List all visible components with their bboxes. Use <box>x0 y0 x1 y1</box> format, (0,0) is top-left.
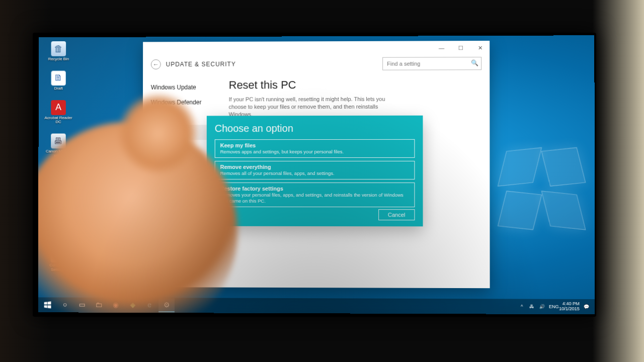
dialog-title: Choose an option <box>215 123 415 134</box>
option-description: Removes apps and settings, but keeps you… <box>220 149 410 155</box>
document-icon: 🗎 <box>51 70 66 85</box>
system-tray: ^ 🖧 🔊 ENG 4:40 PM 10/1/2015 💬 <box>518 302 593 312</box>
file-icon: ▫ <box>51 167 66 183</box>
desktop-icon-label: Recycle Bin <box>48 57 69 62</box>
option-description: Removes your personal files, apps, and s… <box>220 192 410 204</box>
shortcut-icon: ⚙ <box>51 247 66 262</box>
cancel-button[interactable]: Cancel <box>378 209 415 220</box>
section-description: If your PC isn't running well, resetting… <box>229 96 395 118</box>
taskbar-date: 10/1/2015 <box>559 307 580 312</box>
tray-chevron-up-icon[interactable]: ^ <box>518 304 525 309</box>
close-button[interactable]: ✕ <box>470 41 490 55</box>
tray-language-icon[interactable]: ENG <box>549 304 556 309</box>
sidebar-item-windows-defender[interactable]: Windows Defender <box>143 95 228 110</box>
option-title: Keep my files <box>220 142 410 148</box>
option-title: Remove everything <box>220 164 410 170</box>
back-button[interactable]: ← <box>151 59 161 69</box>
taskbar-pinned-apps: ○ ▭ 🗀 ◉ ◆ e ⚙ <box>57 298 175 312</box>
page-title: UPDATE & SECURITY <box>166 61 236 68</box>
tray-volume-icon[interactable]: 🔊 <box>539 304 546 309</box>
desktop-icon-generic-1[interactable]: ▫ <box>43 167 73 184</box>
desktop-icon-label: Computer Settings <box>43 263 73 273</box>
reset-options-list: Keep my files Removes apps and settings,… <box>215 139 415 207</box>
section-heading: Reset this PC <box>229 78 479 92</box>
monitor-bezel: 🗑 Recycle Bin 🗎 Draft A Acrobat Reader D… <box>33 33 596 317</box>
option-title: Restore factory settings <box>220 186 410 192</box>
window-controls: — ☐ ✕ <box>432 41 490 55</box>
desktop-icon-label: Acrobat Reader DC <box>43 116 73 125</box>
window-header: ← UPDATE & SECURITY 🔍 <box>143 55 490 77</box>
option-description: Removes all of your personal files, apps… <box>220 170 410 176</box>
reset-choose-option-dialog: Choose an option Keep my files Removes a… <box>207 116 423 227</box>
taskbar-task-view-icon[interactable]: ▭ <box>74 298 90 312</box>
tray-network-icon[interactable]: 🖧 <box>528 304 535 309</box>
window-titlebar[interactable]: — ☐ ✕ <box>143 41 490 56</box>
taskbar-search-icon[interactable]: ○ <box>57 298 73 312</box>
desktop-icon-acrobat[interactable]: A Acrobat Reader DC <box>43 100 73 125</box>
desktop-icon-recycle-bin[interactable]: 🗑 Recycle Bin <box>44 41 73 62</box>
settings-search: 🔍 <box>382 57 481 70</box>
taskbar-settings-icon[interactable]: ⚙ <box>158 298 175 312</box>
taskbar-edge-icon[interactable]: e <box>141 298 157 312</box>
action-center-icon[interactable]: 💬 <box>583 304 590 309</box>
search-input[interactable] <box>382 57 481 70</box>
taskbar-explorer-icon[interactable]: 🗀 <box>91 298 107 312</box>
option-keep-my-files[interactable]: Keep my files Removes apps and settings,… <box>215 139 415 158</box>
windows-logo-wallpaper <box>502 149 584 230</box>
monitor-screen: 🗑 Recycle Bin 🗎 Draft A Acrobat Reader D… <box>38 35 595 314</box>
desktop-icons: 🗑 Recycle Bin 🗎 Draft A Acrobat Reader D… <box>43 41 73 272</box>
desktop-icon-label: Canon MF620 ser... <box>43 150 73 159</box>
taskbar-clock[interactable]: 4:40 PM 10/1/2015 <box>559 302 580 312</box>
desktop-icon-draft[interactable]: 🗎 Draft <box>44 70 73 91</box>
desktop-icon-printer[interactable]: 🖶 Canon MF620 ser... <box>43 134 73 158</box>
maximize-button[interactable]: ☐ <box>451 41 470 55</box>
pdf-icon: A <box>51 100 66 115</box>
option-restore-factory[interactable]: Restore factory settings Removes your pe… <box>215 183 415 207</box>
option-remove-everything[interactable]: Remove everything Removes all of your pe… <box>215 161 415 179</box>
sidebar-item-windows-update[interactable]: Windows Update <box>143 80 228 95</box>
desktop-icon-label: Draft <box>54 86 63 91</box>
desktop-icon-settings[interactable]: ⚙ Computer Settings <box>43 247 73 272</box>
taskbar-app-icon[interactable]: ◆ <box>125 298 141 312</box>
desktop-icon-pdf-file[interactable]: 🗎 <box>43 222 73 238</box>
windows-logo-icon <box>44 301 51 308</box>
printer-icon: 🖶 <box>51 134 66 149</box>
recycle-bin-icon: 🗑 <box>51 41 66 56</box>
pdf-file-icon: 🗎 <box>51 222 66 237</box>
taskbar: ○ ▭ 🗀 ◉ ◆ e ⚙ ^ 🖧 🔊 ENG 4:40 PM 10/ <box>38 297 595 314</box>
taskbar-chrome-icon[interactable]: ◉ <box>108 298 124 312</box>
settings-window: — ☐ ✕ ← UPDATE & SECURITY 🔍 <box>142 41 490 288</box>
minimize-button[interactable]: — <box>432 41 451 55</box>
photo-background: 🗑 Recycle Bin 🗎 Draft A Acrobat Reader D… <box>0 0 644 362</box>
start-button[interactable] <box>40 297 55 312</box>
